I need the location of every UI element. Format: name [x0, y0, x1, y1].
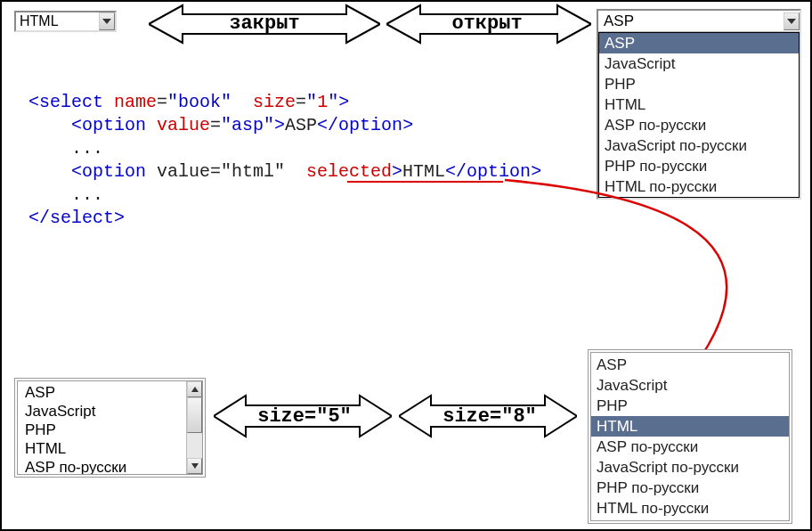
list-item[interactable]: HTML — [591, 416, 789, 437]
scroll-thumb[interactable] — [187, 397, 202, 433]
list-item[interactable]: ASP по-русски — [599, 115, 799, 135]
list-item[interactable]: PHP — [599, 74, 799, 94]
size5-list[interactable]: ASP JavaScript PHP HTML ASP по-русски — [18, 381, 186, 474]
open-select-value: ASP — [598, 12, 784, 31]
dropdown-icon[interactable] — [99, 12, 115, 30]
dropdown-icon[interactable] — [784, 12, 800, 30]
list-item[interactable]: ASP — [591, 355, 789, 375]
diagram-frame: HTML закрыт открыт ASP ASP JavaScript PH… — [0, 0, 812, 531]
svg-marker-0 — [102, 19, 111, 24]
open-select-list[interactable]: ASP JavaScript PHP HTML ASP по-русски Ja… — [598, 32, 800, 198]
label-size8: size="8" — [432, 405, 548, 428]
code-block: <select name="book" size="1"> <option va… — [28, 91, 541, 230]
list-item[interactable]: ASP по-русски — [591, 437, 789, 457]
closed-select[interactable]: HTML — [14, 11, 117, 32]
list-item[interactable]: JavaScript — [599, 53, 799, 74]
list-item[interactable]: HTML — [20, 439, 184, 458]
svg-marker-5 — [191, 387, 199, 392]
list-item[interactable]: PHP по-русски — [599, 156, 799, 176]
size8-listbox[interactable]: ASP JavaScript PHP HTML ASP по-русски Ja… — [588, 349, 792, 524]
red-underline — [347, 181, 503, 183]
list-item[interactable]: ASP — [599, 33, 799, 53]
list-item[interactable]: PHP — [591, 396, 789, 416]
list-item[interactable]: JavaScript — [20, 402, 184, 421]
label-size5: size="5" — [247, 405, 362, 428]
scroll-down-icon[interactable] — [187, 458, 202, 474]
list-item[interactable]: PHP по-русски — [591, 478, 789, 498]
closed-select-value: HTML — [16, 12, 99, 31]
list-item[interactable]: ASP по-русски — [20, 458, 184, 474]
svg-marker-6 — [191, 463, 199, 469]
scrollbar[interactable] — [186, 381, 202, 474]
label-open: открыт — [420, 12, 554, 35]
list-item[interactable]: JavaScript по-русски — [599, 135, 799, 156]
list-item[interactable]: PHP — [20, 421, 184, 439]
list-item[interactable]: JavaScript — [591, 375, 789, 396]
svg-marker-3 — [787, 19, 796, 24]
list-item[interactable]: ASP — [20, 383, 184, 402]
scroll-up-icon[interactable] — [187, 381, 202, 397]
open-select[interactable]: ASP ASP JavaScript PHP HTML ASP по-русск… — [597, 9, 801, 200]
list-item[interactable]: HTML — [599, 94, 799, 115]
label-closed: закрыт — [189, 12, 340, 35]
list-item[interactable]: JavaScript по-русски — [591, 457, 789, 478]
size5-listbox[interactable]: ASP JavaScript PHP HTML ASP по-русски — [14, 378, 206, 478]
list-item[interactable]: HTML по-русски — [591, 498, 789, 519]
